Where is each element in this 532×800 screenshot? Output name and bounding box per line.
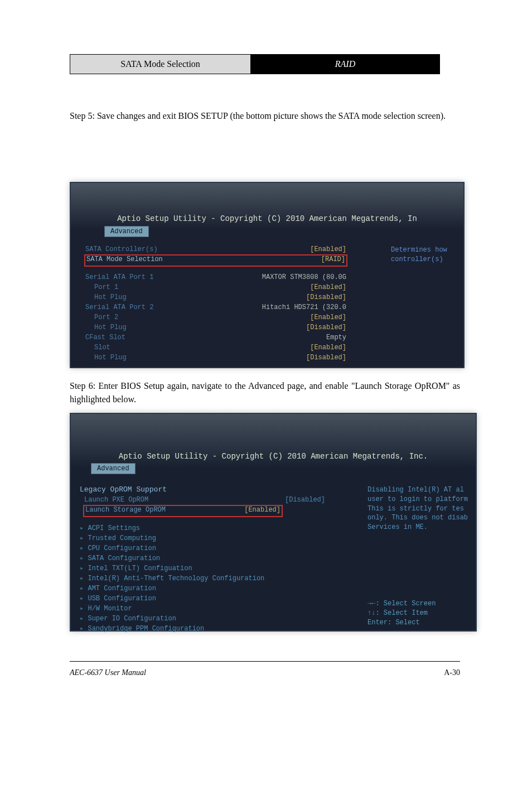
row-cfast: CFast Slot Empty [85, 334, 346, 341]
tab-advanced[interactable]: Advanced [104, 226, 149, 237]
legacy-oprom-header: Legacy OpROM Support [80, 485, 325, 494]
row-storage-oprom[interactable]: Launch Storage OpROM [Enabled] [85, 506, 280, 514]
instruction-step6: Step 6: Enter BIOS Setup again, navigate… [70, 379, 460, 406]
row-port2-header: Serial ATA Port 2 Hitachi HDS721 (320.0 [85, 303, 346, 311]
row-sata-controller: SATA Controller(s) [Enabled] [85, 245, 346, 253]
bios2-nav-hints: →←: Select Screen↑↓: Select ItemEnter: S… [367, 599, 473, 627]
bios2-help: Disabling Intel(R) AT aluser to login to… [367, 485, 473, 627]
row-hotplug2[interactable]: Hot Plug[Disabled] [94, 324, 346, 331]
footer-right: A-30 [444, 668, 460, 677]
menu-item[interactable]: Trusted Computing [80, 534, 325, 542]
row-hotplug1[interactable]: Hot Plug[Disabled] [94, 293, 346, 301]
instruction-step5: Step 5: Save changes and exit BIOS SETUP… [70, 109, 460, 123]
menu-item[interactable]: USB Configuration [80, 594, 325, 603]
menu-item[interactable]: Intel TXT(LT) Configuation [80, 564, 325, 572]
row-port1[interactable]: Port 1[Enabled] [94, 283, 346, 291]
row-port1-header: Serial ATA Port 1 MAXTOR STM3808 (80.0G [85, 273, 346, 281]
menu-item[interactable]: Intel(R) Anti-Theft Technology Configura… [80, 574, 325, 582]
row-sata-mode[interactable]: SATA Mode Selection [RAID] [86, 256, 345, 263]
row-slot[interactable]: Slot[Enabled] [94, 344, 346, 351]
menu-item[interactable]: CPU Configuration [80, 544, 325, 552]
row-pxe-oprom[interactable]: Launch PXE OpROM [Disabled] [84, 496, 325, 504]
menu-item[interactable]: ACPI Settings [80, 524, 325, 532]
menu-item[interactable]: SATA Configuration [80, 554, 325, 562]
bios-menu-list: ACPI SettingsTrusted ComputingCPU Config… [80, 524, 325, 633]
bios-screenshot-1: Aptio Setup Utility - Copyright (C) 2010… [70, 182, 465, 368]
page-footer: AEC-6637 User Manual A-30 [70, 661, 460, 677]
bios1-help: Determines how controller(s) [391, 245, 463, 264]
menu-item[interactable]: Sandybridge PPM Configuration [80, 624, 325, 633]
menu-item[interactable]: Super IO Configuration [80, 614, 325, 623]
table-cell-value: RAID [251, 55, 440, 74]
row-port2[interactable]: Port 2[Enabled] [94, 314, 346, 321]
tab-advanced-2[interactable]: Advanced [91, 463, 136, 474]
highlight-sata-mode: SATA Mode Selection [RAID] [84, 254, 347, 267]
row-hotplug3[interactable]: Hot Plug[Disabled] [94, 354, 346, 362]
menu-item[interactable]: AMT Configuration [80, 584, 325, 592]
bios-title: Aptio Setup Utility - Copyright (C) 2010… [71, 214, 463, 223]
settings-table: SATA Mode Selection RAID [70, 54, 440, 74]
table-cell-key: SATA Mode Selection [70, 55, 251, 74]
menu-item[interactable]: H/W Monitor [80, 604, 325, 613]
bios-screenshot-2: Aptio Setup Utility - Copyright (C) 2010… [70, 413, 477, 632]
footer-left: AEC-6637 User Manual [70, 668, 146, 677]
highlight-storage-oprom: Launch Storage OpROM [Enabled] [83, 505, 283, 517]
bios-title-2: Aptio Setup Utility - Copyright (C) 2010… [71, 452, 476, 461]
